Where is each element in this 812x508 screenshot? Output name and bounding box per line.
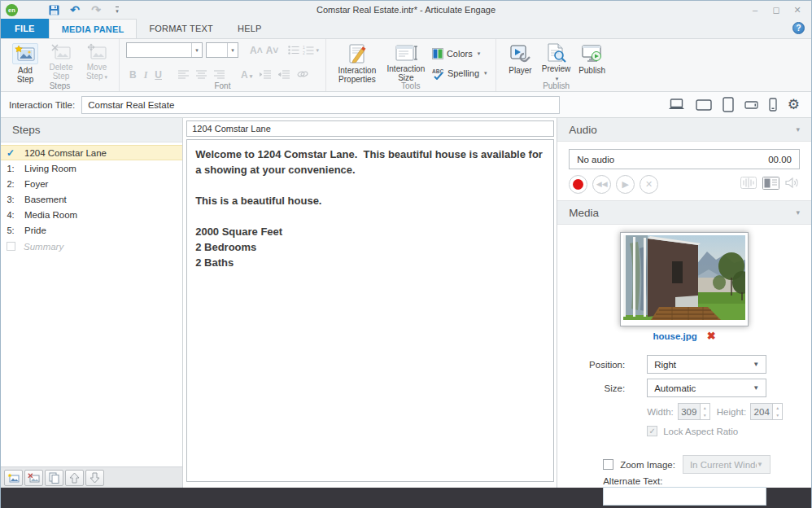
tab-file[interactable]: FILE xyxy=(1,19,49,38)
rewind-button[interactable]: ◀◀ xyxy=(592,175,611,194)
align-left-button[interactable] xyxy=(178,68,189,82)
lock-aspect-ratio-checkbox[interactable]: ✓ xyxy=(647,426,657,436)
delete-step-button[interactable]: Delete Step xyxy=(45,42,77,81)
summary-step-item[interactable]: Summary xyxy=(1,239,182,254)
zoom-image-checkbox[interactable] xyxy=(603,459,613,470)
tab-format-text[interactable]: FORMAT TEXT xyxy=(137,19,225,38)
italic-button[interactable]: I xyxy=(144,70,148,80)
add-step-small-button[interactable] xyxy=(4,470,23,486)
tablet-landscape-preview-icon[interactable] xyxy=(696,99,712,111)
step-item-intro[interactable]: ✓ 1204 Comstar Lane xyxy=(1,145,182,160)
step-item-2[interactable]: 2: Foyer xyxy=(1,176,182,191)
step-item-1[interactable]: 1: Living Room xyxy=(1,160,182,176)
media-filename-link[interactable]: house.jpg xyxy=(653,331,696,341)
delete-media-icon[interactable]: ✖ xyxy=(707,330,716,342)
duplicate-step-button[interactable] xyxy=(45,470,63,486)
step-editor: Welcome to 1204 Comstar Lane. This beaut… xyxy=(183,118,557,488)
grow-font-button[interactable]: A˄ xyxy=(250,45,263,56)
steps-list: ✓ 1204 Comstar Lane 1: Living Room 2: Fo… xyxy=(1,142,182,466)
increase-indent-button[interactable] xyxy=(260,68,271,82)
phone-portrait-preview-icon[interactable] xyxy=(769,98,777,112)
preview-button[interactable]: Preview▾ xyxy=(540,42,573,81)
publish-button[interactable]: Publish xyxy=(576,42,609,81)
save-button[interactable] xyxy=(47,3,60,16)
width-stepper[interactable]: 309 ▲▼ xyxy=(678,403,710,420)
colors-icon xyxy=(432,48,443,59)
size-dropdown[interactable]: Automatic▼ xyxy=(647,379,766,397)
close-button[interactable]: ✕ xyxy=(788,3,806,16)
numbered-list-button[interactable]: 12 ▾ xyxy=(303,46,319,55)
zoom-image-dropdown[interactable]: In Current Window▼ xyxy=(683,455,771,474)
decrease-indent-button[interactable] xyxy=(278,68,290,82)
step-text-editor[interactable]: Welcome to 1204 Comstar Lane. This beaut… xyxy=(186,139,554,482)
close-icon: ✕ xyxy=(645,180,653,189)
device-preview-bar: ⚙ xyxy=(668,97,803,112)
summary-checkbox[interactable] xyxy=(7,242,15,251)
delete-step-small-button[interactable] xyxy=(24,470,43,486)
underline-button[interactable]: U xyxy=(155,70,162,80)
laptop-preview-icon[interactable] xyxy=(668,99,685,111)
add-step-button[interactable]: Add Step xyxy=(9,42,41,81)
ribbon: Add Step Delete Step xyxy=(1,38,811,92)
step-title-input[interactable] xyxy=(186,120,554,137)
move-step-down-button[interactable] xyxy=(85,470,104,486)
spin-up-icon[interactable]: ▲ xyxy=(773,404,782,412)
position-dropdown[interactable]: Right▼ xyxy=(647,355,766,374)
audio-section-header[interactable]: Audio ▾ xyxy=(557,118,811,142)
player-button[interactable]: Player xyxy=(504,42,537,81)
collapse-chevron-icon[interactable]: ▾ xyxy=(796,125,800,134)
step-item-5[interactable]: 5: Pride xyxy=(1,222,182,238)
media-section-header[interactable]: Media ▾ xyxy=(557,201,811,225)
position-label: Position: xyxy=(557,360,625,370)
title-bar: en ↶ ↷ ▾ Comstar Real Estate.intr* - Art… xyxy=(1,1,811,19)
check-icon: ✓ xyxy=(1,147,20,159)
minimize-button[interactable]: – xyxy=(746,3,764,16)
align-center-button[interactable] xyxy=(196,68,207,82)
align-right-button[interactable] xyxy=(214,68,225,82)
alternate-text-input[interactable] xyxy=(603,487,766,506)
colors-button[interactable]: Colors ▾ xyxy=(432,46,487,61)
delete-step-small-icon xyxy=(28,473,40,483)
tab-help[interactable]: HELP xyxy=(225,19,274,38)
undo-button[interactable]: ↶ xyxy=(68,3,81,16)
font-size-select[interactable]: ▾ xyxy=(206,42,238,58)
bold-button[interactable]: B xyxy=(129,70,137,80)
bullet-list-button[interactable] xyxy=(288,46,299,55)
volume-button[interactable] xyxy=(785,177,800,192)
record-button[interactable] xyxy=(569,175,587,194)
hyperlink-button[interactable] xyxy=(297,68,308,82)
shrink-font-button[interactable]: A˅ xyxy=(266,45,279,56)
move-step-up-button[interactable] xyxy=(65,470,84,486)
customize-toolbar-button[interactable]: ▾ xyxy=(111,3,124,16)
house-image xyxy=(623,235,745,320)
audio-editor-button[interactable] xyxy=(740,177,757,192)
step-item-4[interactable]: 4: Media Room xyxy=(1,207,182,222)
play-button[interactable]: ▶ xyxy=(616,175,635,194)
media-thumbnail[interactable] xyxy=(620,232,749,326)
add-step-icon xyxy=(12,43,38,64)
font-family-select[interactable]: ▾ xyxy=(126,42,203,58)
spin-up-icon[interactable]: ▲ xyxy=(701,404,709,412)
spin-down-icon[interactable]: ▼ xyxy=(773,412,782,420)
interaction-properties-button[interactable]: Interaction Properties xyxy=(334,42,380,81)
collapse-chevron-icon[interactable]: ▾ xyxy=(796,208,800,217)
spelling-button[interactable]: ABC Spelling ▾ xyxy=(432,66,487,81)
phone-landscape-preview-icon[interactable] xyxy=(744,101,758,109)
narration-script-button[interactable] xyxy=(762,177,779,193)
tablet-portrait-preview-icon[interactable] xyxy=(723,97,734,112)
step-item-3[interactable]: 3: Basement xyxy=(1,191,182,207)
redo-button[interactable]: ↷ xyxy=(89,3,103,16)
help-icon[interactable]: ? xyxy=(792,22,805,34)
tab-media-panel[interactable]: MEDIA PANEL xyxy=(49,19,138,38)
spin-down-icon[interactable]: ▼ xyxy=(701,412,709,420)
gear-icon[interactable]: ⚙ xyxy=(788,98,800,112)
clear-audio-button[interactable]: ✕ xyxy=(640,175,658,194)
move-step-button[interactable]: Move Step▾ xyxy=(81,42,113,81)
maximize-button[interactable]: ◻ xyxy=(767,3,785,16)
font-color-button[interactable]: A▾ xyxy=(241,70,252,80)
interaction-title-input[interactable] xyxy=(81,96,560,114)
chevron-down-icon: ▾ xyxy=(250,73,253,79)
height-stepper[interactable]: 204 ▲▼ xyxy=(750,403,783,420)
interaction-size-button[interactable]: Interaction Size xyxy=(383,42,429,81)
ribbon-group-tools: Interaction Properties Interaction Size xyxy=(326,39,496,91)
